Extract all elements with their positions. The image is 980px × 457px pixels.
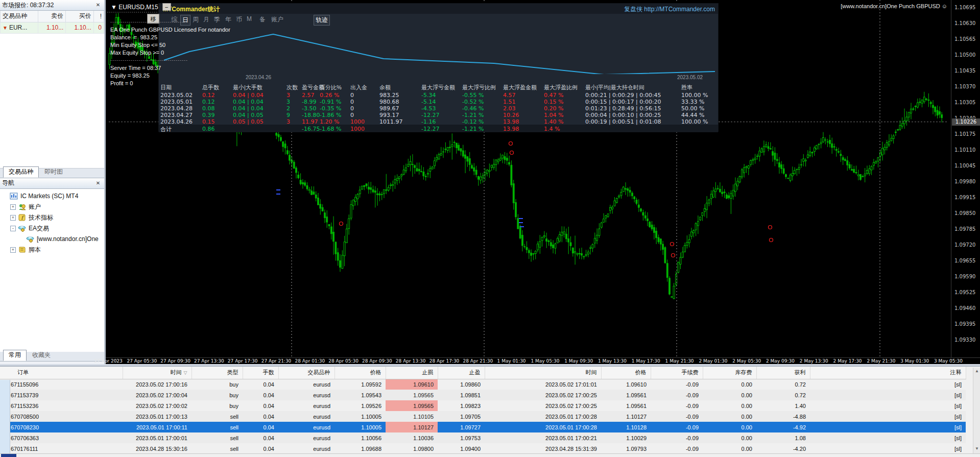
order-id-cell[interactable]: 670708500 [0, 411, 123, 422]
stats-cell: 1.40 % [544, 118, 563, 125]
order-row-670706363[interactable]: 6707063632023.05.01 17:00:01sell0.04euru… [0, 432, 966, 443]
market-watch-tab[interactable]: 即时图 [39, 166, 68, 178]
order-row-671153739[interactable]: 6711537392023.05.02 17:00:04buy0.04eurus… [0, 390, 966, 400]
market-watch-col-header[interactable]: 交易品种 [1, 11, 38, 22]
stats-cell: 980.68 [379, 99, 399, 105]
mtcommander-brand-link[interactable]: 复盘侠 http://MTCommander.com [624, 5, 715, 14]
orders-col-header[interactable]: 手数 [243, 367, 278, 379]
order-id-cell[interactable]: 671153236 [0, 400, 123, 411]
navigator-item--[interactable]: +脚本 [0, 245, 104, 255]
order-row-670708500[interactable]: 6707085002023.05.01 17:00:13sell0.04euru… [0, 411, 966, 422]
type-cell: buy [192, 400, 243, 411]
orders-col-header[interactable]: 注释 [810, 367, 966, 379]
profit-cell: -4.20 [756, 443, 810, 454]
orders-col-header[interactable]: 价格 [601, 367, 651, 379]
market-watch-col-header[interactable]: ! [93, 11, 104, 22]
navigator-close-icon[interactable]: ✕ [94, 180, 102, 187]
order-row-670708230[interactable]: 6707082302023.05.01 17:00:11sell0.04euru… [0, 422, 966, 432]
market-watch-col-header[interactable]: 买价 [66, 11, 94, 22]
orders-col-header[interactable]: 时间▽ [123, 367, 192, 379]
open-price-cell: 1.09688 [334, 443, 386, 454]
orders-col-header[interactable]: 手续费 [651, 367, 703, 379]
order-id-cell[interactable]: 670708230 [0, 422, 123, 432]
dock-tab[interactable]: 收藏夹 [27, 350, 56, 361]
terminal-bottom-tab-partial[interactable] [1, 454, 16, 457]
order-id-cell[interactable]: 670706363 [0, 432, 123, 443]
stats-cell: 2.03 [503, 105, 516, 112]
stats-cell: 2023.04.27 [160, 112, 193, 118]
chart-minimize-button[interactable]: – [162, 3, 171, 11]
order-row-670176111[interactable]: 6701761112023.04.28 15:30:16sell0.04euru… [0, 443, 966, 454]
order-row-671155096[interactable]: 6711550962023.05.02 17:00:16buy0.04eurus… [0, 379, 966, 390]
expand-icon[interactable]: + [10, 204, 16, 210]
stats-cell: 0.39 [202, 112, 215, 118]
orders-col-header[interactable]: 止损 [386, 367, 438, 379]
expand-icon[interactable]: + [10, 215, 16, 221]
order-row-671153236[interactable]: 6711532362023.05.02 17:00:02buy0.04eurus… [0, 400, 966, 411]
orders-col-header[interactable]: 时间 [485, 367, 601, 379]
price-tick-label: 1.10305 [954, 100, 975, 105]
market-watch-col-header[interactable]: 卖价 [38, 11, 66, 22]
expand-icon[interactable]: + [10, 247, 16, 253]
mtcommander-panel[interactable]: MTCommander统计 复盘侠 http://MTCommander.com… [158, 3, 719, 132]
close-price-cell: 1.09610 [601, 379, 651, 390]
navigator-item--[interactable]: +账户 [0, 202, 104, 212]
stats-cell: 4.57 [503, 92, 516, 99]
symbol-cell[interactable]: ▼EUR... [1, 22, 38, 33]
time-tick-label: 1 May 17:30 [632, 358, 660, 364]
stats-cell: -18.80 [302, 112, 320, 118]
time-axis[interactable]: 27 Apr 202327 Apr 05:3027 Apr 09:3027 Ap… [106, 357, 980, 364]
accounts-icon [18, 203, 26, 210]
navigator-item-ic-markets-sc-mt4[interactable]: IC Markets (SC) MT4 [0, 191, 104, 202]
open-time-cell: 2023.05.02 17:00:16 [123, 379, 192, 390]
lots-cell: 0.04 [243, 390, 278, 400]
orders-col-header[interactable]: 止盈 [438, 367, 485, 379]
navigator-item-label: IC Markets (SC) MT4 [20, 193, 78, 200]
stats-cell: -8.99 [302, 99, 316, 105]
close-time-cell: 2023.05.01 17:00:28 [485, 411, 601, 422]
orders-col-header[interactable]: 库存费 [703, 367, 756, 379]
market-watch-row[interactable]: ▼EUR...1.10...1.10...0 [1, 22, 104, 33]
navigator-item-ea-[interactable]: -EA交易 [0, 223, 104, 234]
open-price-cell: 1.09592 [334, 379, 386, 390]
dock-tab[interactable]: 常用 [3, 350, 27, 361]
navigator-item-label: [www.notandor.cn]One [37, 235, 99, 243]
price-tick-label: 1.10370 [954, 84, 975, 89]
scroll-down-icon[interactable]: ▼ [975, 446, 979, 451]
take-profit-cell: 1.09727 [438, 422, 485, 432]
collapse-icon[interactable]: - [10, 226, 16, 231]
swap-cell: 0.00 [703, 390, 756, 400]
order-id-cell[interactable]: 671155096 [0, 379, 123, 390]
ea-icon [18, 225, 26, 232]
navigator-item--www-notandor-cn-one[interactable]: [www.notandor.cn]One [0, 234, 104, 245]
stop-loss-cell: 1.09610 [386, 379, 438, 390]
swap-cell: 0.00 [703, 411, 756, 422]
price-axis[interactable]: 1.10226 1.106951.106301.105651.105001.10… [951, 0, 980, 357]
tree-spacer [2, 194, 8, 199]
orders-col-header[interactable]: 价格 [334, 367, 386, 379]
orders-col-header[interactable]: 类型 [192, 367, 243, 379]
orders-col-header[interactable]: 交易品种 [278, 367, 334, 379]
orders-col-header[interactable]: 订单 [0, 367, 123, 379]
price-tick-label: 1.09395 [954, 321, 975, 327]
time-tick-label: 27 Apr 09:30 [160, 358, 190, 364]
commission-cell: -0.09 [651, 400, 703, 411]
terminal-scrollbar[interactable]: ▲ ▼ [973, 368, 980, 455]
stats-col-header: 次数 [286, 84, 298, 91]
stats-cell: 2023.05.01 [160, 99, 193, 105]
orders-col-header[interactable]: 获利 [756, 367, 810, 379]
order-id-cell[interactable]: 671153739 [0, 390, 123, 400]
chart-symbol-label: ▼ EURUSD,M15 [111, 4, 158, 11]
comment-cell: [sl] [810, 422, 966, 432]
order-id-cell[interactable]: 670176111 [0, 443, 123, 454]
market-watch-tab[interactable]: 交易品种 [3, 166, 39, 178]
navigator-item--[interactable]: +f技术指标 [0, 212, 104, 223]
scroll-up-icon[interactable]: ▲ [975, 369, 979, 373]
stats-cell: -0.52 % [462, 99, 484, 105]
chart-window[interactable]: ▼ EURUSD,M15 – 移 -----------------------… [106, 0, 980, 364]
left-dock: 市场报价: 08:37:32 ✕ 交易品种卖价买价! ▼EUR...1.10..… [0, 0, 106, 364]
market-watch-title: 市场报价: 08:37:32 [2, 1, 94, 10]
market-watch-close-icon[interactable]: ✕ [94, 2, 102, 9]
ea-info-line: Min Equity Stop <= 50 [110, 41, 230, 49]
lots-cell: 0.04 [243, 400, 278, 411]
